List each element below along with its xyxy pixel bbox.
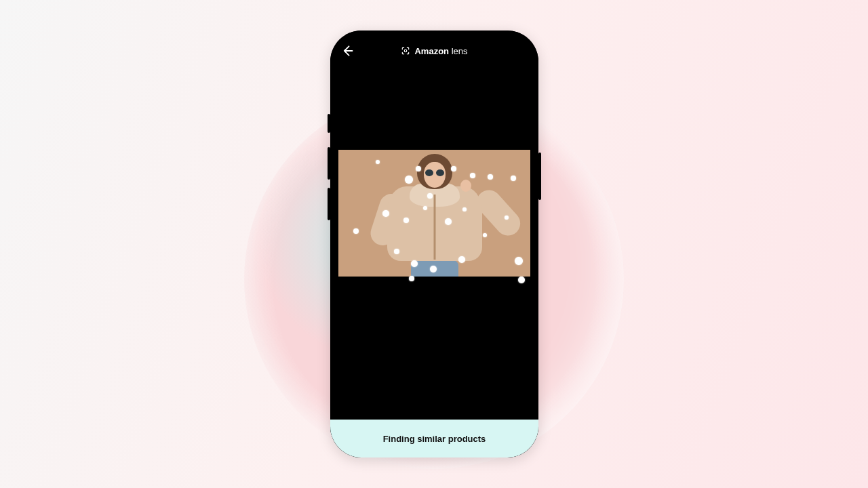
phone-screen: Amazon lens bbox=[330, 30, 538, 458]
svg-point-0 bbox=[405, 49, 408, 52]
page-background: Amazon lens bbox=[0, 0, 868, 488]
detection-dot bbox=[427, 193, 433, 199]
detection-dot bbox=[462, 207, 467, 211]
detection-dot bbox=[470, 173, 475, 178]
detection-dot bbox=[430, 266, 437, 272]
detection-dot bbox=[394, 249, 399, 254]
status-text: Finding similar products bbox=[383, 434, 486, 444]
detection-dot bbox=[416, 166, 421, 171]
app-header: Amazon lens bbox=[330, 30, 538, 71]
app-title-brand: Amazon bbox=[414, 46, 449, 56]
captured-image bbox=[338, 150, 530, 277]
detection-dot bbox=[405, 176, 413, 184]
detection-dot bbox=[411, 260, 418, 267]
phone-power-button bbox=[538, 152, 541, 200]
detection-dot bbox=[445, 218, 452, 225]
detection-dot bbox=[423, 206, 427, 210]
phone-frame: Amazon lens bbox=[330, 30, 538, 458]
detection-dot bbox=[382, 210, 389, 217]
detection-dot bbox=[353, 228, 359, 234]
detection-dot bbox=[488, 174, 493, 180]
detection-dot bbox=[505, 216, 509, 220]
subject-figure bbox=[380, 150, 489, 277]
back-arrow-icon bbox=[340, 44, 354, 58]
app-title: Amazon lens bbox=[401, 46, 467, 56]
detection-dot bbox=[511, 176, 516, 181]
detection-dot bbox=[515, 257, 523, 265]
status-bar: Finding similar products bbox=[330, 420, 538, 458]
detection-dot bbox=[483, 233, 487, 237]
detection-dot bbox=[518, 277, 525, 283]
lens-scan-icon bbox=[401, 46, 410, 56]
detection-dot bbox=[458, 256, 465, 263]
back-button[interactable] bbox=[340, 43, 355, 58]
detection-dot bbox=[403, 218, 409, 223]
detection-dot bbox=[376, 160, 380, 164]
detection-dot bbox=[451, 166, 456, 171]
camera-viewfinder[interactable] bbox=[330, 71, 538, 420]
detection-dot bbox=[409, 276, 414, 281]
app-title-feature: lens bbox=[452, 46, 468, 56]
